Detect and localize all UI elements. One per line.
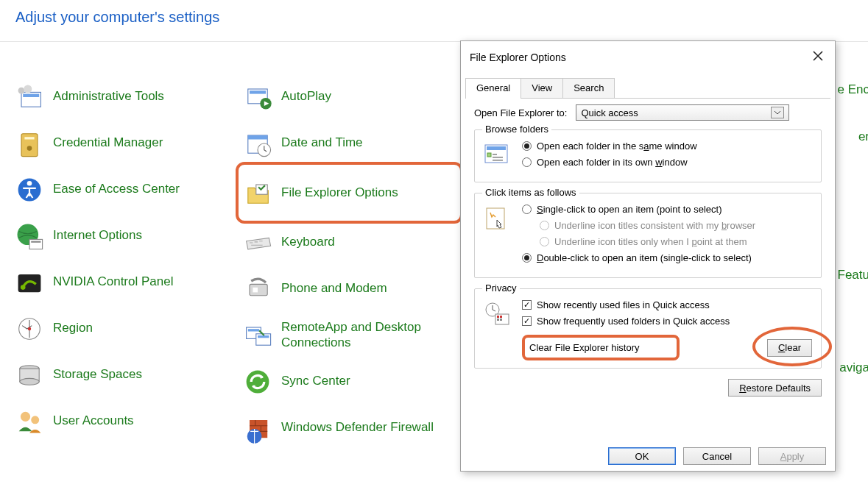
- cp-item-partial[interactable]: er: [858, 129, 868, 144]
- ease-of-access-center-icon: [13, 174, 46, 206]
- svg-rect-12: [18, 274, 41, 292]
- autoplay-icon: [241, 81, 274, 113]
- cp-item-administrative-tools[interactable]: Administrative Tools: [13, 74, 230, 120]
- svg-rect-1: [23, 93, 39, 96]
- cp-item-label: Region: [53, 321, 93, 335]
- checkbox-icon: [522, 300, 532, 310]
- svg-rect-33: [258, 335, 269, 338]
- cp-item-credential-manager[interactable]: Credential Manager: [13, 120, 230, 166]
- radio-icon: [522, 157, 532, 167]
- cp-item-date-and-time[interactable]: Date and Time: [241, 120, 459, 166]
- dialog-title: File Explorer Options: [470, 51, 566, 63]
- cp-item-windows-defender-firewall[interactable]: Windows Defender Firewall: [241, 405, 459, 451]
- radio-underline-point: Underline icon titles only when I point …: [540, 236, 814, 247]
- cp-item-sync-center[interactable]: Sync Center: [241, 358, 459, 405]
- cp-item-label: User Accounts: [53, 413, 134, 428]
- cancel-button[interactable]: Cancel: [683, 447, 751, 465]
- radio-own-window[interactable]: Open each folder in its own window: [522, 157, 814, 168]
- cp-item-partial[interactable]: e Enc: [838, 82, 868, 97]
- svg-point-13: [21, 285, 26, 290]
- group-label: Click items as follows: [482, 187, 579, 198]
- svg-rect-10: [29, 239, 43, 249]
- click-items-icon: [482, 204, 513, 235]
- svg-point-2: [18, 87, 25, 93]
- cp-item-label: Phone and Modem: [281, 281, 387, 296]
- group-click-items: Click items as follows Single-click to o…: [474, 193, 822, 278]
- cp-item-autoplay[interactable]: AutoPlay: [241, 74, 459, 120]
- group-label: Privacy: [482, 282, 520, 294]
- svg-rect-22: [250, 90, 266, 93]
- cp-item-remoteapp-desktop[interactable]: RemoteApp and Desktop Connections: [241, 312, 459, 358]
- cp-item-label: Administrative Tools: [53, 89, 164, 104]
- cp-item-partial[interactable]: aviga: [839, 360, 868, 375]
- checkbox-frequent-folders[interactable]: Show frequently used folders in Quick ac…: [522, 316, 814, 327]
- date-and-time-icon: [241, 127, 274, 160]
- tab-search[interactable]: Search: [562, 78, 615, 98]
- ok-button[interactable]: OK: [608, 447, 676, 465]
- phone-and-modem-icon: [241, 273, 274, 305]
- group-privacy: Privacy Show recently used files in Quic…: [474, 288, 822, 369]
- svg-rect-49: [500, 319, 502, 321]
- svg-rect-31: [248, 329, 259, 331]
- svg-rect-5: [24, 137, 34, 139]
- tab-general[interactable]: General: [465, 78, 521, 98]
- restore-defaults-button[interactable]: Restore Defaults: [728, 379, 822, 397]
- radio-single-click[interactable]: Single-click to open an item (point to s…: [522, 204, 814, 215]
- cp-item-storage-spaces[interactable]: Storage Spaces: [13, 352, 230, 398]
- keyboard-icon: [241, 227, 274, 259]
- clear-button[interactable]: Clear: [767, 339, 812, 357]
- credential-manager-icon: [13, 127, 46, 160]
- cp-item-label: Sync Center: [281, 374, 350, 388]
- radio-icon: [540, 221, 549, 230]
- radio-icon: [540, 237, 549, 246]
- close-button[interactable]: [806, 47, 830, 65]
- cp-item-label: RemoteApp and Desktop Connections: [281, 320, 459, 350]
- svg-point-3: [24, 85, 32, 93]
- cp-item-keyboard[interactable]: Keyboard: [241, 219, 459, 266]
- radio-underline-browser: Underline icon titles consistent with my…: [540, 220, 814, 231]
- tab-panel-general: Open File Explorer to: Quick access Brow…: [468, 104, 828, 434]
- cp-item-label: Ease of Access Center: [53, 182, 180, 196]
- svg-point-19: [21, 411, 30, 421]
- storage-spaces-icon: [13, 359, 46, 391]
- cp-item-label: AutoPlay: [281, 89, 331, 104]
- cp-item-label: NVIDIA Control Panel: [53, 274, 173, 289]
- user-accounts-icon: [13, 405, 46, 438]
- tab-view[interactable]: View: [521, 78, 563, 98]
- windows-defender-firewall-icon: [241, 412, 274, 444]
- cp-item-nvidia-control-panel[interactable]: NVIDIA Control Panel: [13, 259, 230, 305]
- cp-item-partial[interactable]: Featu: [838, 268, 868, 282]
- cp-item-ease-of-access-center[interactable]: Ease of Access Center: [13, 166, 230, 213]
- tab-bar: General View Search: [465, 78, 830, 99]
- checkbox-recent-files[interactable]: Show recently used files in Quick access: [522, 299, 814, 310]
- page-title: Adjust your computer's settings: [15, 9, 219, 26]
- apply-button[interactable]: Apply: [758, 447, 826, 465]
- svg-rect-48: [497, 319, 499, 321]
- cp-item-region[interactable]: Region: [13, 305, 230, 352]
- cp-item-phone-and-modem[interactable]: Phone and Modem: [241, 266, 459, 312]
- svg-point-18: [20, 378, 39, 385]
- svg-rect-11: [31, 241, 40, 242]
- cp-item-label: Credential Manager: [53, 135, 163, 150]
- internet-options-icon: [13, 220, 46, 252]
- chevron-down-icon: [771, 107, 784, 118]
- open-to-value: Quick access: [581, 107, 638, 118]
- group-label: Browse folders: [482, 124, 551, 135]
- svg-point-8: [27, 180, 32, 185]
- svg-rect-38: [487, 146, 506, 150]
- svg-rect-43: [487, 208, 504, 229]
- svg-rect-46: [497, 316, 499, 318]
- open-to-dropdown[interactable]: Quick access: [576, 104, 789, 121]
- svg-point-20: [31, 416, 39, 424]
- cp-item-internet-options[interactable]: Internet Options: [13, 213, 230, 259]
- svg-point-6: [27, 146, 32, 151]
- cp-item-file-explorer-options[interactable]: File Explorer Options: [240, 166, 459, 219]
- cp-item-label: Keyboard: [281, 235, 335, 249]
- radio-same-window[interactable]: Open each folder in the same window: [522, 141, 814, 152]
- radio-double-click[interactable]: Double-click to open an item (single-cli…: [522, 252, 814, 263]
- cp-item-label: File Explorer Options: [281, 185, 398, 200]
- svg-rect-47: [500, 316, 502, 318]
- cp-item-user-accounts[interactable]: User Accounts: [13, 398, 230, 444]
- dialog-footer: OK Cancel Apply: [461, 447, 835, 465]
- browse-folders-icon: [482, 141, 513, 171]
